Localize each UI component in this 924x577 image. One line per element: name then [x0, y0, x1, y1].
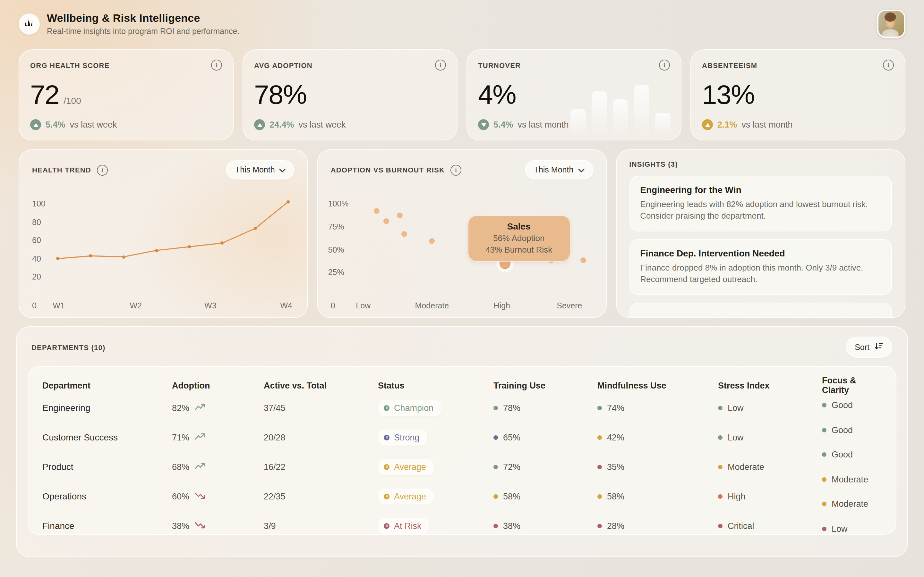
- status-label: Average: [394, 462, 426, 472]
- x-axis-origin-label: 0: [32, 301, 37, 310]
- delta-period: vs last month: [518, 120, 569, 129]
- kpi-value: 13%: [702, 79, 754, 110]
- status-badge: Strong: [378, 429, 427, 445]
- focus-clarity-label: Low: [832, 524, 848, 533]
- status-badge: Average: [378, 459, 434, 475]
- insight-card[interactable]: Engineering for the WinEngineering leads…: [629, 176, 892, 231]
- insight-card[interactable]: Finance Dep. Intervention NeededFinance …: [629, 239, 892, 295]
- trend-up-icon: [194, 432, 207, 442]
- mindfulness-dot-icon: [598, 464, 602, 469]
- table-row[interactable]: Product 68% 16/22 Average 72% 35% Modera…: [42, 452, 882, 482]
- table-row[interactable]: Operations 60% 22/35 Average 58% 58% Hig…: [42, 482, 882, 511]
- table-row[interactable]: Customer Success 71% 20/28 Strong 65% 42…: [42, 422, 882, 452]
- department-name: Customer Success: [42, 432, 172, 442]
- mindfulness-dot-icon: [598, 524, 602, 528]
- column-header: Focus & Clarity: [822, 376, 882, 395]
- training-dot-icon: [493, 435, 498, 440]
- stress-value: Critical: [728, 521, 754, 530]
- info-icon[interactable]: i: [451, 164, 461, 175]
- ghost-bar: [591, 91, 607, 135]
- column-header: Active vs. Total: [264, 380, 378, 390]
- logo-mountains-icon: [23, 16, 35, 31]
- focus-clarity-item: Low: [822, 524, 848, 533]
- kpi-value: 72: [30, 79, 59, 110]
- stress-value: Low: [728, 403, 744, 413]
- scatter-point[interactable]: [580, 258, 586, 263]
- focus-clarity-label: Good: [832, 450, 853, 459]
- mindfulness-value: 42%: [607, 432, 624, 442]
- sort-descending-icon: [874, 342, 884, 353]
- adoption-value: 71%: [172, 432, 189, 442]
- health-trend-plot[interactable]: 10080604020: [55, 193, 292, 296]
- department-name: Finance: [42, 521, 172, 531]
- info-icon[interactable]: i: [435, 60, 446, 71]
- period-selector-dropdown[interactable]: This Month: [226, 160, 295, 179]
- y-axis-tick: 20: [32, 273, 51, 282]
- table-row[interactable]: Finance 38% 3/9 At Risk 38% 28% Critical: [42, 511, 882, 535]
- info-icon[interactable]: i: [211, 60, 222, 71]
- training-value: 38%: [503, 521, 520, 530]
- focus-clarity-item: Moderate: [822, 499, 868, 509]
- scatter-point[interactable]: [397, 213, 403, 219]
- mindfulness-dot-icon: [598, 435, 602, 440]
- stress-value: High: [728, 492, 746, 501]
- training-dot-icon: [493, 524, 498, 528]
- y-axis-tick: 75%: [328, 222, 347, 231]
- kpi-card-turnover[interactable]: TURNOVER i 4% 5.4% vs last month: [467, 49, 682, 140]
- chart-title: ADOPTION VS BURNOUT RISK: [331, 166, 445, 174]
- kpi-card-avg-adoption[interactable]: AVG ADOPTION i 78% 24.4% vs last week: [242, 49, 457, 140]
- sort-button[interactable]: Sort: [846, 337, 893, 358]
- insight-body: Finance dropped 8% in adoption this mont…: [640, 262, 881, 286]
- active-total-value: 37/45: [264, 403, 378, 413]
- info-icon[interactable]: i: [659, 60, 670, 71]
- x-axis-tick: Moderate: [415, 301, 449, 310]
- training-value: 65%: [503, 432, 520, 442]
- delta-value: 5.4%: [493, 120, 513, 129]
- stress-dot-icon: [718, 435, 722, 440]
- table-row[interactable]: Engineering 82% 37/45 Champion 78% 74% L…: [42, 393, 882, 422]
- mindfulness-dot-icon: [598, 406, 602, 410]
- departments-label: DEPARTMENTS (10): [31, 343, 105, 351]
- info-icon[interactable]: i: [97, 164, 108, 175]
- x-axis-tick: W1: [53, 301, 65, 310]
- active-total-value: 22/35: [264, 492, 378, 501]
- insights-list: Engineering for the WinEngineering leads…: [629, 176, 892, 318]
- status-badge: Champion: [378, 400, 441, 416]
- info-icon[interactable]: i: [883, 60, 894, 71]
- ghost-bars-decoration: [570, 71, 670, 135]
- x-axis-tick: Low: [356, 301, 371, 310]
- sort-label: Sort: [855, 343, 869, 351]
- status-dot-icon: [384, 523, 389, 529]
- kpi-card-absenteeism[interactable]: ABSENTEEISM i 13% 2.1% vs last month: [690, 49, 905, 140]
- user-avatar[interactable]: [877, 10, 905, 38]
- focus-clarity-label: Moderate: [832, 474, 868, 484]
- insight-card-partial[interactable]: [629, 303, 892, 318]
- adoption-value: 68%: [172, 462, 189, 472]
- insight-body: Engineering leads with 82% adoption and …: [640, 199, 881, 222]
- focus-clarity-item: Moderate: [822, 474, 868, 484]
- app-logo[interactable]: [19, 13, 40, 34]
- focus-clarity-label: Moderate: [832, 499, 868, 509]
- scatter-point[interactable]: [402, 231, 407, 237]
- tooltip-burnout: 43% Burnout Risk: [475, 245, 563, 255]
- adoption-burnout-plot[interactable]: Sales 56% Adoption 43% Burnout Risk 100%…: [354, 193, 591, 296]
- focus-dot-icon: [822, 452, 827, 457]
- adoption-value: 38%: [172, 521, 189, 530]
- focus-clarity-item: Good: [822, 425, 853, 435]
- kpi-label: ABSENTEEISM: [702, 61, 757, 69]
- departments-panel: DEPARTMENTS (10) Sort DepartmentAdoption…: [16, 326, 908, 557]
- y-axis-tick: 40: [32, 255, 51, 263]
- tooltip-title: Sales: [475, 221, 563, 231]
- focus-dot-icon: [822, 502, 827, 506]
- scatter-point[interactable]: [374, 208, 380, 214]
- scatter-point[interactable]: [429, 239, 435, 244]
- kpi-card-org-health-score[interactable]: ORG HEALTH SCORE i 72/100 5.4% vs last w…: [19, 49, 234, 140]
- y-axis-tick: 100: [32, 199, 51, 208]
- status-label: At Risk: [394, 521, 422, 530]
- training-value: 72%: [503, 462, 520, 472]
- delta-up-icon: [254, 119, 265, 130]
- scatter-point[interactable]: [383, 218, 389, 224]
- column-header: Mindfulness Use: [598, 380, 718, 390]
- delta-value: 24.4%: [270, 120, 294, 129]
- period-selector-dropdown[interactable]: This Month: [525, 160, 594, 179]
